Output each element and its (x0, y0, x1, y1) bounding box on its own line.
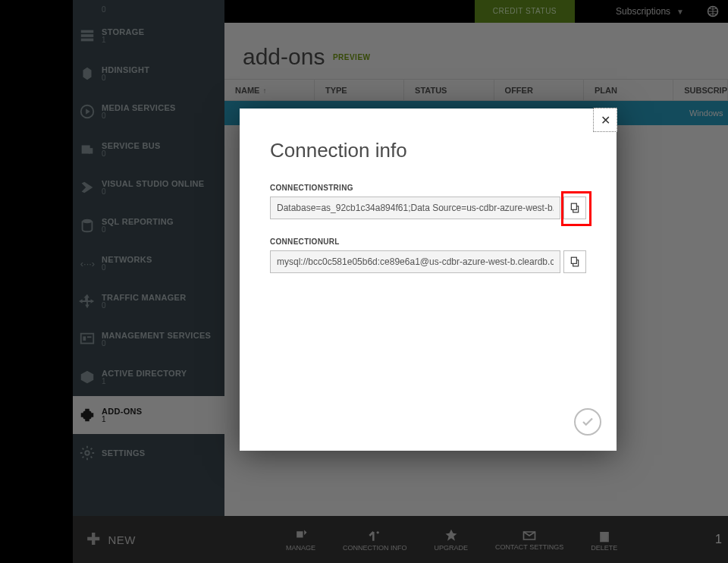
check-icon (581, 415, 595, 429)
connection-info-modal: ✕ Connection info CONNECTIONSTRING CONNE… (240, 109, 617, 451)
field-label: CONNECTIONURL (270, 237, 586, 246)
copy-connectionurl-button[interactable] (563, 250, 586, 273)
field-connectionstring: CONNECTIONSTRING (240, 178, 617, 219)
close-button[interactable]: ✕ (593, 108, 617, 132)
connectionstring-input[interactable] (270, 197, 560, 219)
copy-icon (570, 256, 580, 267)
svg-rect-18 (571, 203, 576, 209)
field-connectionurl: CONNECTIONURL (240, 231, 617, 273)
close-icon: ✕ (601, 113, 610, 127)
connectionurl-input[interactable] (270, 250, 560, 273)
modal-title: Connection info (240, 109, 617, 178)
copy-icon (570, 203, 580, 213)
svg-rect-20 (571, 257, 576, 263)
field-label: CONNECTIONSTRING (270, 184, 586, 192)
copy-connectionstring-button[interactable] (563, 197, 586, 219)
ok-button[interactable] (574, 408, 601, 436)
